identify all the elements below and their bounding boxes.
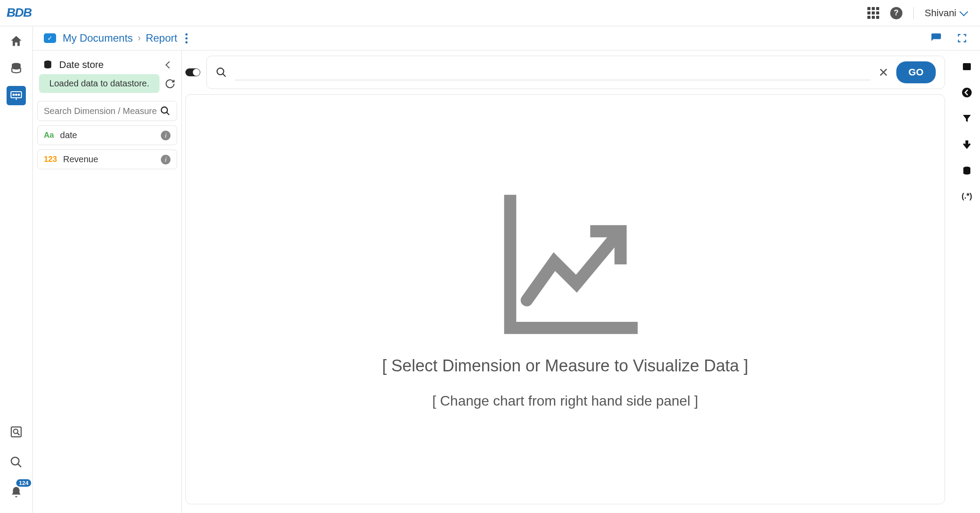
app-logo[interactable]: ‎BDB [7,5,55,21]
breadcrumb: ✓ My Documents › Report [44,32,188,44]
right-back-icon[interactable] [962,87,972,98]
folder-icon[interactable]: ✓ [44,33,56,43]
nav-inspect-icon[interactable] [7,422,26,442]
svg-point-1 [8,8,9,9]
collapse-panel-icon[interactable] [166,61,173,69]
query-input[interactable] [235,64,870,80]
svg-point-18 [217,68,224,75]
dimension-search-input[interactable] [44,106,160,116]
info-icon[interactable]: i [161,155,170,164]
datastore-status-message: Loaded data to datastore. [39,74,160,93]
field-type-badge: 123 [44,155,57,164]
field-item-date[interactable]: Aa date i [37,125,177,145]
info-icon[interactable]: i [161,131,170,140]
svg-point-6 [13,94,14,96]
chevron-down-icon [959,7,968,16]
nav-design-icon[interactable] [7,86,26,105]
svg-text:‎BDB: ‎BDB [7,5,32,19]
notification-count-badge: 124 [16,479,31,487]
user-name-label: Shivani [925,7,956,19]
svg-point-21 [962,88,972,97]
notifications-button[interactable]: 124 [7,483,26,502]
fullscreen-icon[interactable] [957,33,967,43]
svg-line-12 [18,433,20,435]
nav-datastore-icon[interactable] [7,59,26,78]
apps-grid-icon[interactable] [867,7,879,19]
chart-canvas: [ Select Dimension or Measure to Visuali… [185,94,945,504]
chart-placeholder-icon [493,190,638,339]
svg-rect-10 [11,427,21,437]
canvas-secondary-message: [ Change chart from right hand side pane… [432,393,698,409]
query-toggle[interactable] [185,68,200,76]
svg-line-19 [223,74,226,77]
svg-line-17 [167,112,169,115]
svg-point-13 [11,457,19,465]
right-data-icon[interactable] [962,166,972,176]
dimension-search-box[interactable] [37,101,177,121]
breadcrumb-more-icon[interactable] [185,33,188,43]
svg-point-7 [16,94,17,96]
search-icon [160,106,170,116]
svg-point-8 [18,94,20,96]
breadcrumb-my-documents[interactable]: My Documents [63,32,133,44]
refresh-icon[interactable] [165,78,175,89]
nav-home-icon[interactable] [7,32,26,51]
header-divider [913,7,914,19]
help-icon[interactable]: ? [890,7,902,19]
canvas-primary-message: [ Select Dimension or Measure to Visuali… [382,356,749,375]
right-chart-type-icon[interactable] [962,61,972,72]
right-interaction-icon[interactable] [961,139,973,150]
chevron-right-icon: › [138,32,141,44]
svg-point-2 [8,11,9,12]
user-menu[interactable]: Shivani [925,7,967,19]
svg-line-14 [18,464,21,467]
svg-point-11 [14,429,18,434]
field-item-revenue[interactable]: 123 Revenue i [37,150,177,169]
right-filter-icon[interactable] [962,113,972,124]
database-icon [43,60,53,70]
clear-icon[interactable]: ✕ [878,65,888,80]
svg-point-3 [8,14,9,15]
field-type-badge: Aa [44,131,54,140]
right-regex-icon[interactable]: (.*) [962,192,972,201]
breadcrumb-report[interactable]: Report [146,32,177,44]
nav-search-icon[interactable] [7,452,26,472]
field-name-label: date [60,130,155,140]
field-name-label: Revenue [63,154,155,164]
query-bar: ✕ GO [206,56,945,89]
comment-icon[interactable] [930,32,942,44]
go-button[interactable]: GO [896,61,936,83]
svg-rect-20 [963,63,971,70]
svg-point-16 [161,107,167,113]
datastore-title-text: Date store [59,59,104,71]
datastore-title: Date store [43,59,104,71]
search-icon [216,67,227,78]
